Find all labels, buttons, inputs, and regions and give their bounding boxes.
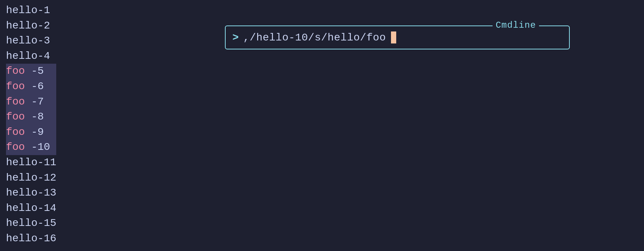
list-item: foo -9 bbox=[6, 125, 56, 140]
editor-area: hello-1hello-2hello-3hello-4foo -5foo -6… bbox=[0, 0, 56, 250]
list-item: foo -7 bbox=[6, 94, 56, 110]
list-item: hello-12 bbox=[6, 170, 56, 186]
list-item: foo -8 bbox=[6, 109, 56, 125]
cmdline-text: ,/hello-10/s/hello/foo bbox=[243, 32, 386, 43]
list-item: hello-16 bbox=[6, 231, 56, 247]
cmdline-cursor bbox=[391, 31, 396, 43]
foo-text: foo bbox=[6, 109, 25, 125]
line-suffix: -5 bbox=[25, 64, 43, 79]
line-suffix: -10 bbox=[25, 140, 50, 155]
list-item: hello-11 bbox=[6, 155, 56, 170]
list-item: hello-3 bbox=[6, 33, 56, 49]
line-suffix: -9 bbox=[25, 125, 43, 140]
line-suffix: -8 bbox=[25, 109, 43, 125]
list-item: hello-1 bbox=[6, 3, 56, 18]
list-item: foo -5 bbox=[6, 64, 56, 79]
foo-text: foo bbox=[6, 94, 25, 110]
foo-text: foo bbox=[6, 140, 25, 155]
foo-text: foo bbox=[6, 64, 25, 79]
foo-text: foo bbox=[6, 79, 25, 94]
cmdline-overlay[interactable]: Cmdline > ,/hello-10/s/hello/foo bbox=[225, 25, 570, 49]
list-item: foo -10 bbox=[6, 140, 56, 155]
list-item: hello-2 bbox=[6, 18, 56, 34]
foo-text: foo bbox=[6, 125, 25, 140]
cmdline-prompt: > bbox=[232, 32, 239, 43]
list-item: hello-14 bbox=[6, 201, 56, 216]
list-item: hello-15 bbox=[6, 216, 56, 231]
cmdline-title: Cmdline bbox=[493, 20, 539, 30]
list-item: hello-4 bbox=[6, 49, 56, 64]
line-suffix: -7 bbox=[25, 94, 43, 110]
line-suffix: -6 bbox=[25, 79, 43, 94]
list-item: hello-13 bbox=[6, 185, 56, 201]
list-item: foo -6 bbox=[6, 79, 56, 94]
